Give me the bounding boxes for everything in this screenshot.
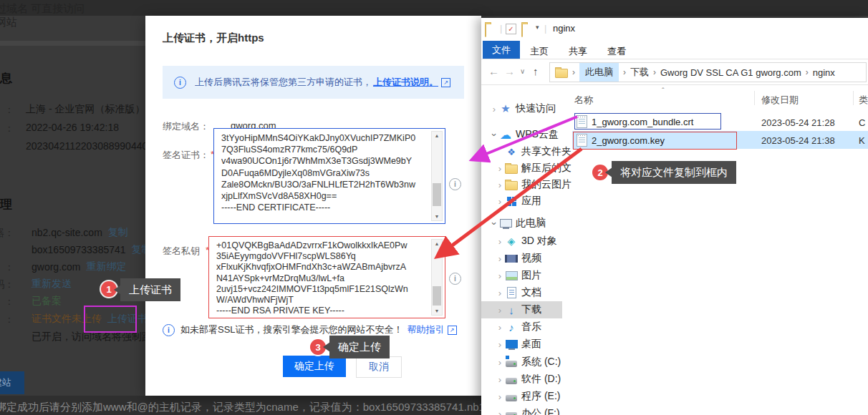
chevron-right-icon[interactable]: › bbox=[496, 357, 503, 368]
forward-icon[interactable]: → bbox=[504, 65, 515, 77]
sidebar-item-music[interactable]: › ♪ 音乐 bbox=[481, 318, 572, 336]
cert-scrollbar[interactable]: ▲ ▼ bbox=[431, 131, 443, 221]
desktop-icon bbox=[506, 340, 518, 348]
file-type: C bbox=[859, 117, 865, 128]
sidebar-item-pictures[interactable]: › 图片 bbox=[481, 267, 572, 284]
step-3-tooltip: 确定上传 bbox=[329, 336, 390, 358]
key-scrollbar[interactable]: ▲ ▼ bbox=[431, 239, 443, 316]
sidebar-item-this-pc[interactable]: › 此电脑 bbox=[481, 215, 572, 232]
copy-link[interactable]: 复制 bbox=[108, 226, 128, 239]
chevron-right-icon[interactable]: › bbox=[496, 288, 503, 298]
step-1-tooltip: 上传证书 bbox=[120, 278, 180, 301]
bg-row-label: 器： bbox=[0, 227, 14, 240]
tab-file[interactable]: 文件 bbox=[483, 41, 520, 59]
chevron-right-icon[interactable]: › bbox=[496, 322, 503, 333]
history-dropdown-icon[interactable]: ∨ bbox=[520, 67, 525, 75]
chevron-right-icon: › bbox=[806, 67, 809, 77]
column-header-date[interactable]: 修改日期 bbox=[761, 94, 799, 107]
breadcrumb-downloads[interactable]: 下载 bbox=[630, 66, 649, 79]
cancel-button[interactable]: 取消 bbox=[356, 356, 402, 378]
cert-help-icon[interactable]: i bbox=[449, 178, 461, 190]
cert-textarea-value: 3tYyoHipMMnS4OiYKakDJny0XVuchIP7ZMKiP0 7… bbox=[221, 132, 429, 220]
help-guide-link[interactable]: 帮助指引 bbox=[408, 323, 445, 336]
file-explorer-window: | ✓ ▾ | nginx 文件 主页 共享 查看 ← → ∨ ↑ › 此电脑 … bbox=[481, 18, 868, 415]
sidebar-item-label: 文档 bbox=[521, 286, 541, 299]
sidebar-item-drive-e[interactable]: › 程序 (E:) bbox=[481, 388, 572, 405]
key-textarea[interactable]: +01QVQKBgBaAdADzvrrxF1kOwolkkxIkAE0Pw 35… bbox=[208, 236, 445, 318]
bg-section-heading-info: 息 bbox=[0, 70, 12, 87]
domain-value: gworg.com bbox=[32, 261, 80, 273]
sidebar-item-unzipped[interactable]: › 解压后的文 bbox=[481, 160, 572, 177]
sidebar-item-shared-folder[interactable]: › ❖ 共享文件夹 bbox=[481, 143, 572, 160]
cert-instructions-link[interactable]: 上传证书说明。 bbox=[373, 76, 438, 89]
chevron-right-icon[interactable]: › bbox=[496, 409, 503, 415]
chevron-down-icon[interactable]: › bbox=[489, 131, 500, 138]
sidebar-item-3d-objects[interactable]: › ◈ 3D 对象 bbox=[481, 233, 572, 250]
chevron-right-icon[interactable]: › bbox=[496, 196, 503, 207]
key-label: 签名私钥 bbox=[163, 245, 200, 258]
scroll-down-icon[interactable]: ▼ bbox=[432, 213, 442, 220]
sidebar-item-desktop[interactable]: › 桌面 bbox=[481, 336, 572, 353]
picture-icon bbox=[506, 271, 518, 280]
chevron-right-icon[interactable]: › bbox=[491, 104, 498, 114]
scrollbar-thumb[interactable] bbox=[433, 286, 441, 306]
up-icon[interactable]: ↑ bbox=[533, 65, 539, 77]
sidebar-item-label: 3D 对象 bbox=[521, 235, 557, 248]
chevron-right-icon[interactable]: › bbox=[496, 163, 503, 174]
scrollbar-thumb[interactable] bbox=[433, 183, 441, 206]
column-header-name[interactable]: 名称 bbox=[574, 94, 593, 107]
sidebar-item-videos[interactable]: › 视频 bbox=[481, 250, 572, 267]
column-header-type[interactable]: 类 bbox=[859, 94, 868, 107]
chevron-right-icon[interactable]: › bbox=[496, 270, 503, 281]
file-row-crt[interactable]: 1_gworg.com_bundle.crt bbox=[577, 115, 693, 128]
scroll-down-icon[interactable]: ▼ bbox=[432, 307, 442, 315]
resend-link[interactable]: 重新发送 bbox=[32, 278, 72, 290]
column-divider[interactable] bbox=[754, 91, 755, 105]
build-site-button[interactable]: 建站 bbox=[0, 371, 24, 394]
file-row-key[interactable]: 2_gworg.com.key bbox=[577, 134, 665, 147]
sidebar-item-drive-f[interactable]: › 办公 (F:) bbox=[481, 405, 572, 415]
scroll-up-icon[interactable]: ▲ bbox=[432, 132, 442, 140]
sidebar-item-apps[interactable]: › 应用 bbox=[481, 192, 572, 210]
chevron-right-icon[interactable]: › bbox=[496, 391, 503, 402]
qat-dropdown-icon[interactable]: ▾ bbox=[536, 24, 539, 31]
breadcrumb-this-pc[interactable]: 此电脑 bbox=[579, 63, 619, 82]
external-link-icon: ↗ bbox=[441, 78, 450, 87]
dialog-info-banner: i 上传后腾讯云将保管您第三方申请的证书， 上传证书说明。 ↗ bbox=[163, 66, 464, 99]
file-name: 2_gworg.com.key bbox=[592, 135, 665, 146]
column-divider[interactable] bbox=[853, 91, 854, 105]
sidebar-item-drive-c[interactable]: › 系统 (C:) bbox=[481, 353, 572, 371]
new-folder-icon[interactable] bbox=[521, 24, 523, 37]
sidebar-item-quick-access[interactable]: › ★ 快速访问 bbox=[481, 100, 572, 117]
sidebar-item-label: 应用 bbox=[521, 195, 541, 208]
sidebar-item-label: 此电脑 bbox=[516, 217, 546, 230]
chevron-right-icon[interactable]: › bbox=[496, 236, 503, 247]
chevron-right-icon[interactable]: › bbox=[496, 180, 503, 190]
chevron-down-icon[interactable]: › bbox=[489, 220, 500, 227]
rebind-link[interactable]: 重新绑定 bbox=[86, 260, 126, 273]
tab-home[interactable]: 主页 bbox=[530, 45, 549, 58]
back-icon[interactable]: ← bbox=[488, 65, 499, 77]
sidebar-item-documents[interactable]: › 文档 bbox=[481, 284, 572, 301]
confirm-upload-button[interactable]: 确定上传 bbox=[283, 356, 346, 377]
chevron-right-icon[interactable]: › bbox=[496, 374, 503, 385]
tab-view[interactable]: 查看 bbox=[607, 45, 626, 58]
cert-textarea[interactable]: 3tYyoHipMMnS4OiYKakDJny0XVuchIP7ZMKiP0 7… bbox=[213, 128, 445, 224]
key-help-icon[interactable]: i bbox=[449, 273, 461, 285]
sidebar-item-downloads[interactable]: › ↓ 下载 bbox=[481, 301, 562, 318]
sidebar-item-cloud-pictures[interactable]: › 我的云图片 bbox=[481, 176, 572, 193]
chevron-right-icon[interactable]: › bbox=[496, 305, 503, 316]
sidebar-item-label: 视频 bbox=[521, 252, 541, 265]
sidebar-item-wps-cloud[interactable]: › ☁ WPS云盘 bbox=[481, 126, 572, 143]
chevron-right-icon[interactable]: › bbox=[496, 339, 503, 350]
tab-share[interactable]: 共享 bbox=[569, 45, 587, 58]
scroll-up-icon[interactable]: ▲ bbox=[432, 240, 442, 248]
cube-icon: ◈ bbox=[505, 235, 518, 248]
properties-check-icon[interactable]: ✓ bbox=[506, 24, 516, 34]
breadcrumb-nginx[interactable]: nginx bbox=[813, 67, 835, 78]
bottom-status-bar: 绑定成功后请分别添加www和@的主机记录，记录类型为cname，记录值为：box… bbox=[0, 396, 481, 415]
breadcrumb-cert-folder[interactable]: Gworg DV SSL CA G1 gworg.com bbox=[660, 67, 801, 78]
sidebar-item-drive-d[interactable]: › 软件 (D:) bbox=[481, 371, 572, 388]
chevron-right-icon[interactable]: › bbox=[496, 253, 503, 264]
address-bar[interactable]: › 此电脑 › 下载 › Gworg DV SSL CA G1 gworg.co… bbox=[549, 62, 867, 82]
